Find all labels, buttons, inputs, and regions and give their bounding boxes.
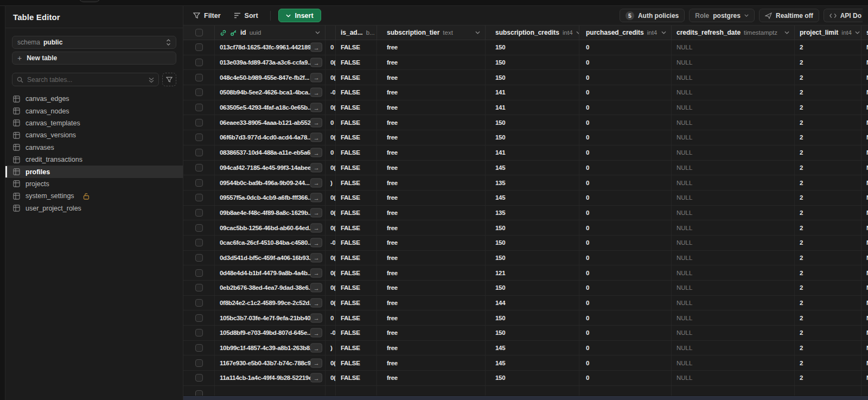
expand-row-button[interactable]: → <box>310 178 322 187</box>
cell-is_admin[interactable]: FALSE <box>336 100 377 115</box>
cell-subscription_tier[interactable] <box>377 386 486 396</box>
cell-credits_refresh_date[interactable]: NULL <box>672 236 795 250</box>
cell-project_limit[interactable]: 2 <box>795 161 861 175</box>
cell-subscription_tier[interactable]: free <box>377 145 486 160</box>
column-menu-chevron-icon[interactable] <box>475 31 480 34</box>
row-select-cell[interactable] <box>183 355 215 370</box>
cell-subscription_credits[interactable]: 150 <box>486 236 579 250</box>
cell-subscription_tier[interactable]: free <box>377 85 486 100</box>
cell-overflow[interactable]: NULL <box>861 355 868 370</box>
cell-subscription_tier[interactable]: free <box>377 341 486 355</box>
cell-subscription_credits[interactable] <box>486 386 579 396</box>
cell-subscription_tier[interactable]: free <box>377 326 486 340</box>
cell-credits_refresh_date[interactable] <box>672 386 795 396</box>
expand-row-button[interactable]: → <box>310 373 322 383</box>
expand-row-button[interactable]: → <box>310 148 322 157</box>
row-select-cell[interactable] <box>183 191 215 205</box>
cell-project_limit[interactable]: 2 <box>795 175 861 190</box>
row-checkbox[interactable] <box>195 329 203 336</box>
cell-purchased_credits[interactable]: 0 <box>579 191 672 205</box>
cell-credits_refresh_date[interactable]: NULL <box>672 130 795 145</box>
cell-purchased_credits[interactable]: 0 <box>579 281 672 295</box>
row-select-cell[interactable] <box>183 236 215 250</box>
cell-credits_refresh_date[interactable]: NULL <box>672 85 795 100</box>
cell-overflow[interactable]: NULL <box>861 281 868 295</box>
expand-row-button[interactable]: → <box>310 268 322 277</box>
expand-row-button[interactable]: → <box>310 163 322 172</box>
cell-is_admin[interactable]: FALSE <box>336 281 377 295</box>
cell-is_admin[interactable]: FALSE <box>336 251 377 265</box>
search-tables-input[interactable] <box>27 76 145 84</box>
row-checkbox[interactable] <box>195 390 203 396</box>
row-select-cell[interactable] <box>183 386 215 396</box>
column-header-purchased_credits[interactable]: purchased_creditsint4 <box>579 26 672 40</box>
cell-credits_refresh_date[interactable]: NULL <box>672 355 795 370</box>
cell-subscription_credits[interactable]: 150 <box>486 40 579 55</box>
cell-overflow[interactable]: NULL <box>861 265 868 280</box>
cell-subscription_credits[interactable]: 150 <box>486 281 579 295</box>
row-select-cell[interactable] <box>183 281 215 295</box>
row-checkbox[interactable] <box>195 209 203 217</box>
row-checkbox[interactable] <box>195 299 203 307</box>
expand-row-button[interactable]: → <box>310 193 322 202</box>
cell-is_admin[interactable]: FALSE <box>336 310 377 325</box>
cell-subscription_credits[interactable]: 150 <box>486 130 579 145</box>
cell-purchased_credits[interactable]: 0 <box>579 251 672 265</box>
sidebar-item-profiles[interactable]: profiles <box>5 166 183 177</box>
expand-row-button[interactable]: → <box>310 358 322 367</box>
cell-project_limit[interactable]: 2 <box>795 371 861 385</box>
column-header-credits_refresh_date[interactable]: credits_refresh_datetimestamptz <box>672 26 795 40</box>
cell-subscription_credits[interactable]: 141 <box>486 100 579 115</box>
row-select-cell[interactable] <box>183 341 215 355</box>
cell-subscription_credits[interactable]: 150 <box>486 251 579 265</box>
cell-subscription_credits[interactable]: 145 <box>486 355 579 370</box>
cell-purchased_credits[interactable]: 0 <box>579 310 672 325</box>
cell-overflow[interactable] <box>861 386 868 396</box>
expand-row-button[interactable]: → <box>310 103 322 112</box>
cell-id[interactable]: 105d8bf9-e703-49bd-807d-645e...→ <box>215 326 326 340</box>
column-menu-chevron-icon[interactable] <box>315 31 320 34</box>
cell-credits_refresh_date[interactable]: NULL <box>672 310 795 325</box>
row-select-cell[interactable] <box>183 100 215 115</box>
expand-row-button[interactable]: → <box>310 133 322 142</box>
sidebar-item-canvas_nodes[interactable]: canvas_nodes <box>5 105 183 117</box>
row-select-cell[interactable] <box>183 251 215 265</box>
row-select-cell[interactable] <box>183 70 215 85</box>
cell-overflow[interactable]: NULL <box>861 341 868 355</box>
cell-is_admin[interactable]: FALSE <box>336 55 377 70</box>
row-checkbox[interactable] <box>195 224 203 232</box>
cell-subscription_tier[interactable]: free <box>377 296 486 310</box>
row-checkbox[interactable] <box>195 43 203 51</box>
cell-purchased_credits[interactable]: 0 <box>579 145 672 160</box>
row-checkbox[interactable] <box>195 239 203 246</box>
cell-id[interactable]: 105bc3b7-03fe-4e7f-9efa-21bb40...→ <box>215 310 326 325</box>
cell-subscription_credits[interactable]: 144 <box>486 296 579 310</box>
cell-overflow[interactable]: NULL <box>861 220 868 235</box>
cell-id[interactable]: 0d3d541d-bf5c-459f-a406-16b93...→ <box>215 251 326 265</box>
cell-subscription_tier[interactable]: free <box>377 206 486 220</box>
expand-row-button[interactable]: → <box>310 88 322 97</box>
cell-purchased_credits[interactable]: 0 <box>579 100 672 115</box>
row-select-cell[interactable] <box>183 115 215 130</box>
cell-is_admin[interactable]: FALSE <box>336 206 377 220</box>
cell-id[interactable]: 013e039a-fd89-473a-a3c6-ccfa9...→ <box>215 55 326 70</box>
cell-subscription_tier[interactable]: free <box>377 355 486 370</box>
cell-id[interactable]: 013cf78d-1625-43fc-9961-442189...→ <box>215 40 326 55</box>
expand-row-button[interactable]: → <box>310 238 322 247</box>
cell-purchased_credits[interactable]: 0 <box>579 55 672 70</box>
cell-project_limit[interactable]: 2 <box>795 115 861 130</box>
cell-id[interactable]: 06eaee33-8905-4aaa-b121-ab552...→ <box>215 115 326 130</box>
cell-credits_refresh_date[interactable]: NULL <box>672 145 795 160</box>
api-docs-button[interactable]: API Do <box>824 9 863 22</box>
cell-purchased_credits[interactable]: 0 <box>579 220 672 235</box>
new-table-button[interactable]: + New table <box>12 52 176 65</box>
cell-subscription_credits[interactable]: 150 <box>486 115 579 130</box>
cell-id[interactable]: 0cac6fca-26cf-4510-84ba-c4580...→ <box>215 236 326 250</box>
cell-credits_refresh_date[interactable]: NULL <box>672 191 795 205</box>
cell-purchased_credits[interactable]: 0 <box>579 326 672 340</box>
cell-is_admin[interactable]: FALSE <box>336 85 377 100</box>
cell-credits_refresh_date[interactable]: NULL <box>672 220 795 235</box>
cell-project_limit[interactable]: 2 <box>795 85 861 100</box>
cell-is_admin[interactable]: FALSE <box>336 161 377 175</box>
cell-is_admin[interactable]: FALSE <box>336 175 377 190</box>
